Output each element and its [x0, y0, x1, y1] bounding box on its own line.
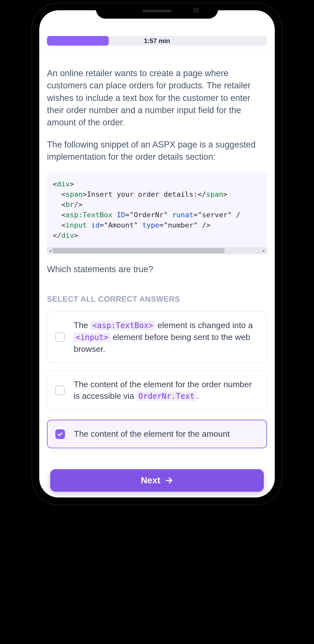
front-camera — [194, 8, 199, 13]
question-paragraph-3: Which statements are true? — [47, 263, 267, 275]
answer-option-2[interactable]: The content of the element for the order… — [47, 371, 267, 410]
answer-option-3[interactable]: The content of the element for the amoun… — [47, 420, 267, 448]
screen: 1:57 min An online retailer wants to cre… — [39, 10, 275, 497]
answer-option-1[interactable]: The <asp:TextBox> element is changed int… — [47, 311, 267, 363]
phone-notch — [96, 3, 218, 19]
scroll-left-icon[interactable]: ◂ — [48, 248, 53, 253]
option-1-text: The <asp:TextBox> element is changed int… — [74, 319, 259, 355]
next-button[interactable]: Next — [50, 469, 264, 492]
code-snippet: <div> <span>Insert your order details:</… — [47, 173, 267, 247]
scroll-right-icon[interactable]: ▸ — [261, 248, 266, 253]
option-3-text: The content of the element for the amoun… — [74, 428, 230, 440]
checkbox-option-1[interactable] — [55, 332, 65, 342]
code-lines: <div> <span>Insert your order details:</… — [47, 173, 267, 247]
question-content: An online retailer wants to create a pag… — [39, 52, 275, 497]
scroll-thumb[interactable] — [53, 248, 225, 253]
arrow-right-icon — [165, 476, 173, 485]
checkbox-option-2[interactable] — [55, 386, 65, 395]
timer-label: 1:57 min — [47, 36, 267, 46]
option-2-text: The content of the element for the order… — [74, 379, 259, 402]
question-paragraph-2: The following snippet of an ASPX page is… — [47, 139, 267, 163]
answer-instruction: SELECT ALL CORRECT ANSWERS — [47, 295, 267, 304]
question-paragraph-1: An online retailer wants to create a pag… — [47, 67, 267, 129]
progress-track: 1:57 min — [47, 36, 267, 46]
next-button-label: Next — [141, 475, 161, 486]
speaker-slot — [143, 10, 171, 12]
check-icon — [57, 431, 63, 437]
checkbox-option-3[interactable] — [55, 429, 65, 439]
code-horizontal-scrollbar[interactable]: ◂ ▸ — [47, 247, 267, 254]
phone-frame: 1:57 min An online retailer wants to cre… — [32, 3, 282, 505]
